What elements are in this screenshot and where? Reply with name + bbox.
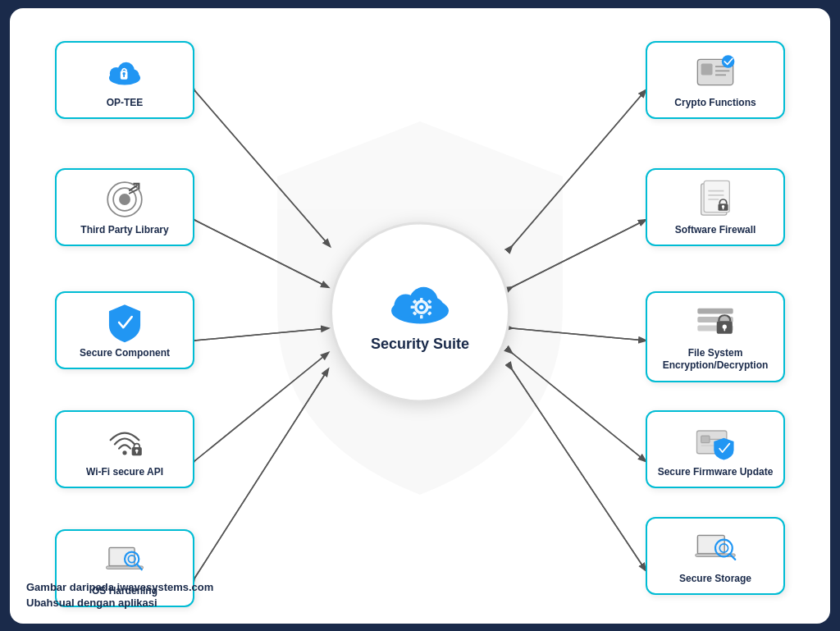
svg-rect-51 — [106, 565, 143, 568]
node-crypto: Crypto Functions — [646, 41, 785, 120]
node-optee: OP-TEE — [55, 41, 194, 120]
firewall-label: Software Firewall — [675, 224, 756, 237]
laptop-search-icon — [103, 539, 146, 582]
main-container: 🔍 Cari Tekno Situs Teknologi Paling Dica… — [10, 8, 830, 624]
footer-line2: Ubahsual dengan aplikasi — [26, 595, 213, 611]
svg-point-38 — [127, 69, 139, 80]
footer: Gambar daripada iwavesystems.com Ubahsua… — [26, 579, 213, 611]
firmware-label: Secure Firmware Update — [658, 466, 774, 479]
node-secure-storage: Secure Storage — [646, 517, 785, 596]
svg-rect-69 — [697, 308, 733, 313]
svg-rect-68 — [723, 207, 724, 209]
svg-point-44 — [119, 194, 130, 205]
id-card-icon — [694, 51, 737, 94]
node-secure-component: Secure Component — [55, 291, 194, 370]
secure-comp-label: Secure Component — [80, 347, 170, 360]
svg-rect-76 — [701, 436, 710, 443]
node-wifi-secure: Wi-Fi secure API — [55, 410, 194, 489]
svg-point-26 — [419, 305, 423, 309]
laptop-search2-icon — [694, 527, 737, 569]
wifi-lock-icon — [103, 420, 146, 463]
doc-lock-icon — [694, 178, 737, 221]
svg-rect-29 — [411, 306, 414, 309]
lock-cloud-icon — [103, 51, 146, 94]
lock-bars-icon — [694, 301, 737, 344]
shield-card-icon — [694, 420, 737, 463]
node-third-party: Third Party Library — [55, 168, 194, 247]
storage-label: Secure Storage — [679, 573, 751, 586]
node-filesystem: File System Encryption/Decryption — [646, 291, 785, 382]
filesystem-label: File System Encryption/Decryption — [655, 347, 775, 373]
svg-rect-74 — [724, 327, 725, 330]
svg-point-45 — [122, 450, 126, 455]
svg-rect-27 — [420, 298, 423, 301]
footer-line1: Gambar daripada iwavesystems.com — [26, 579, 213, 596]
node-firmware: Secure Firmware Update — [646, 410, 785, 489]
svg-rect-48 — [136, 451, 138, 454]
shield-check-icon — [103, 301, 146, 344]
crypto-label: Crypto Functions — [674, 97, 756, 110]
wifi-label: Wi-Fi secure API — [86, 466, 163, 479]
svg-rect-30 — [428, 306, 431, 309]
optee-label: OP-TEE — [107, 97, 144, 110]
node-software-firewall: Software Firewall — [646, 168, 785, 247]
svg-rect-56 — [701, 63, 713, 75]
target-icon — [103, 178, 146, 221]
thirdparty-label: Third Party Library — [80, 224, 168, 237]
svg-point-60 — [722, 55, 735, 68]
svg-rect-28 — [420, 315, 423, 318]
center-security-suite: Security Suite — [330, 222, 510, 402]
cloud-gear-icon — [383, 272, 457, 329]
svg-rect-41 — [123, 74, 125, 76]
